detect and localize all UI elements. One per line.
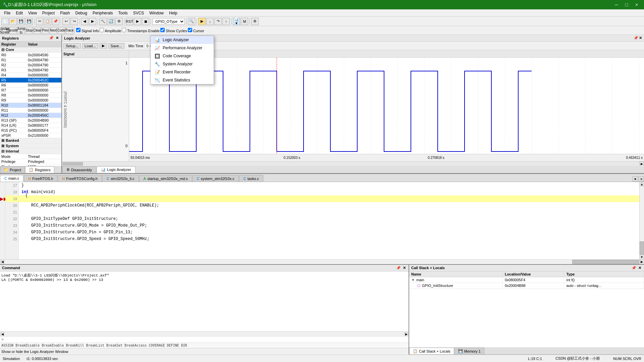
la-setup-btn[interactable]: Setup... bbox=[63, 43, 81, 49]
navigate-forward[interactable]: ▶ bbox=[89, 18, 96, 25]
reg-row-xpsr[interactable]: xPSR0x21000000 bbox=[0, 133, 61, 138]
prev-button[interactable]: Prev bbox=[42, 27, 49, 34]
translate-button[interactable]: ⚙ bbox=[115, 18, 123, 25]
navigate-back[interactable]: ◀ bbox=[81, 18, 88, 25]
maximize-button[interactable]: □ bbox=[622, 1, 631, 8]
menu-peripherals[interactable]: Peripherals bbox=[90, 10, 116, 16]
registers-close-icon[interactable]: ✕ bbox=[55, 36, 59, 40]
reg-group-system[interactable]: ⊞System bbox=[0, 143, 61, 149]
la-scrollbar[interactable]: ▶ bbox=[62, 161, 644, 166]
tab-tasks[interactable]: C tasks.c bbox=[239, 175, 263, 182]
cmd-hscroll-left[interactable]: ◀ bbox=[0, 332, 5, 336]
save-button[interactable]: 💾 bbox=[17, 18, 25, 25]
reset-button[interactable]: RST bbox=[126, 18, 133, 25]
command-pin-icon[interactable]: 📌 bbox=[395, 266, 401, 270]
cursor-check[interactable] bbox=[188, 28, 192, 32]
tab-main-c[interactable]: C main.c bbox=[0, 175, 23, 182]
hscroll-left[interactable]: ◀ bbox=[0, 260, 5, 264]
tab-stm32-it[interactable]: C stm32f10x_it.c bbox=[102, 175, 139, 182]
reg-row-r15-pc[interactable]: R15 (PC)0x080005F4 bbox=[0, 128, 61, 133]
reg-row-r3[interactable]: R30x20004790 bbox=[0, 68, 61, 73]
la-close-icon[interactable]: ✕ bbox=[639, 36, 642, 40]
callstack-close-icon[interactable]: ✕ bbox=[638, 266, 642, 270]
reg-group-banked[interactable]: ⊞Banked bbox=[0, 138, 61, 143]
tab-logic-analyzer[interactable]: 📊 Logic Analyzer bbox=[97, 166, 136, 173]
reg-row-r6[interactable]: R60x00000000 bbox=[0, 83, 61, 88]
cs-row-gpio[interactable]: ⬡GPIO_InitStructure 0x20004B88 auto - st… bbox=[409, 283, 644, 289]
debug-stepover-button[interactable]: ↷ bbox=[214, 18, 222, 25]
reg-row-privilege[interactable]: PrivilegePrivileged bbox=[0, 159, 61, 164]
la-pin-icon[interactable]: 📌 bbox=[634, 36, 638, 40]
trace-button[interactable]: Trace bbox=[66, 27, 73, 34]
tab-system[interactable]: C system_stm32f10x.c bbox=[193, 175, 239, 182]
dropdown-logic-analyzer[interactable]: 📊 Logic Analyzer bbox=[151, 36, 214, 44]
clear-button[interactable]: Clear bbox=[34, 27, 41, 34]
dropdown-code-coverage[interactable]: 🔲 Code Coverage bbox=[151, 52, 214, 60]
tab-scroll-btn[interactable]: ▼ bbox=[633, 176, 638, 182]
analyzer-dropdown-button[interactable]: 📊▼ bbox=[233, 18, 240, 25]
la-arrow-btn[interactable]: ▶ bbox=[100, 43, 107, 49]
registers-pin-icon[interactable]: 📌 bbox=[48, 36, 54, 40]
cut-button[interactable]: ✂ bbox=[36, 18, 43, 25]
la-scroll-thumb[interactable] bbox=[63, 162, 83, 166]
menu-tools[interactable]: Tools bbox=[116, 10, 130, 16]
menu-help[interactable]: Help bbox=[166, 10, 180, 16]
debug-run-button[interactable]: ▶ bbox=[198, 18, 206, 25]
dropdown-performance-analyzer[interactable]: 📈 Performance Analyzer bbox=[151, 44, 214, 52]
next-button[interactable]: Next bbox=[50, 27, 57, 34]
reg-row-r14-lr[interactable]: R14 (LR)0x08000177 bbox=[0, 123, 61, 128]
tab-registers[interactable]: 📋Registers bbox=[25, 166, 54, 173]
hscroll-thumb[interactable] bbox=[572, 260, 639, 264]
menu-flash[interactable]: Flash bbox=[57, 10, 72, 16]
menu-file[interactable]: File bbox=[1, 10, 13, 16]
reg-row-r8[interactable]: R80x00000000 bbox=[0, 93, 61, 98]
cmd-hscroll-right[interactable]: ▶ bbox=[404, 332, 409, 336]
reg-row-r10[interactable]: R100x08001184 bbox=[0, 103, 61, 108]
undo-button[interactable]: ↩ bbox=[62, 18, 70, 25]
la-scroll-right-btn[interactable]: ▶ bbox=[639, 162, 644, 166]
code-button[interactable]: Code bbox=[58, 27, 65, 34]
vscroll-down[interactable]: ▼ bbox=[640, 255, 644, 259]
paste-button[interactable]: 📌 bbox=[52, 18, 59, 25]
open-button[interactable]: 📂 bbox=[9, 18, 17, 25]
menu-view[interactable]: View bbox=[25, 10, 40, 16]
settings-button[interactable]: ⚙ bbox=[251, 18, 259, 25]
registers-scroll[interactable]: Register Value ⊟CoreR00x20004590R10x2000… bbox=[0, 42, 61, 166]
redo-button[interactable]: ↪ bbox=[70, 18, 78, 25]
tab-startup[interactable]: A startup_stm32f10x_md.s bbox=[139, 175, 192, 182]
dropdown-event-statistics[interactable]: 📉 Event Statistics bbox=[151, 76, 214, 84]
reg-row-r12[interactable]: R120x2000456C bbox=[0, 113, 61, 118]
transition-button[interactable]: Transition bbox=[9, 27, 17, 34]
reg-row-r11[interactable]: R110x00000000 bbox=[0, 108, 61, 113]
jump-to-button[interactable]: Jump to bbox=[17, 27, 25, 34]
callstack-pin-icon[interactable]: 📌 bbox=[631, 266, 637, 270]
menu-window[interactable]: Window bbox=[147, 10, 166, 16]
menu-svcs[interactable]: SVCS bbox=[130, 10, 147, 16]
reg-group-internal[interactable]: ⊟Internal bbox=[0, 149, 61, 154]
reg-row-r9[interactable]: R90x00000000 bbox=[0, 98, 61, 103]
reg-row-r5[interactable]: R50x2000452C bbox=[0, 78, 61, 83]
vscroll-up[interactable]: ▲ bbox=[640, 182, 644, 187]
build-button[interactable]: 🔨 bbox=[99, 18, 107, 25]
code-hscroll[interactable]: ◀ ▶ bbox=[0, 259, 644, 264]
reg-row-r4[interactable]: R40x00000000 bbox=[0, 73, 61, 78]
tab-freertos-h[interactable]: H FreeRTOS.h bbox=[24, 175, 57, 182]
reg-row-r7[interactable]: R70x00000000 bbox=[0, 88, 61, 93]
menu-project[interactable]: Project bbox=[40, 10, 57, 16]
command-output[interactable]: Load "D:\\桌面\\3-1 LED闪烁\\Objects\\Projec… bbox=[0, 272, 409, 332]
cmd-hscroll[interactable]: ◀ ▶ bbox=[0, 331, 409, 336]
tab-disassembly[interactable]: ⚙ Disassembly bbox=[62, 166, 96, 173]
hscroll-track[interactable] bbox=[5, 260, 572, 264]
copy-button[interactable]: 📋 bbox=[44, 18, 51, 25]
hscroll-right[interactable]: ▶ bbox=[639, 260, 644, 264]
reg-row-r13-sp[interactable]: R13 (SP)0x20004B90 bbox=[0, 118, 61, 123]
tab-close-btn[interactable]: ✕ bbox=[639, 176, 644, 182]
stop-la-button[interactable]: Stop bbox=[25, 27, 33, 34]
signal-info-check[interactable] bbox=[76, 28, 80, 32]
mem-button[interactable]: M bbox=[241, 18, 248, 25]
vscroll-track[interactable] bbox=[640, 187, 644, 241]
debug-step-button[interactable]: ↓ bbox=[206, 18, 214, 25]
dropdown-event-recorder[interactable]: 📝 Event Recorder bbox=[151, 68, 214, 76]
command-close-icon[interactable]: ✕ bbox=[402, 266, 407, 270]
rebuild-button[interactable]: 🔄 bbox=[107, 18, 115, 25]
